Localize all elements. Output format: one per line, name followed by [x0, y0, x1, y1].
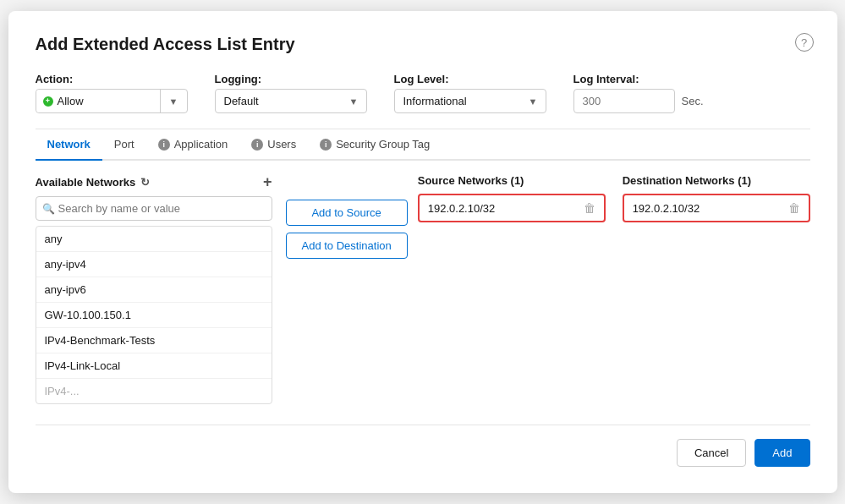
tab-security-group-tag[interactable]: i Security Group Tag — [308, 129, 442, 161]
modal-footer: Cancel Add — [36, 425, 810, 467]
logging-group: Logging: Default ▼ — [215, 73, 367, 113]
tab-network[interactable]: Network — [36, 129, 102, 161]
network-section: Available Networks ↻ + 🔍 any any-ipv4 an… — [36, 174, 810, 404]
action-badge: Allow — [36, 90, 91, 112]
destination-ip-value: 192.0.2.10/32 — [633, 202, 700, 215]
refresh-icon[interactable]: ↻ — [140, 176, 150, 189]
loglevel-select[interactable]: Informational — [394, 89, 546, 113]
list-item[interactable]: IPv4-Benchmark-Tests — [36, 328, 272, 353]
search-icon: 🔍 — [42, 203, 55, 215]
tab-port[interactable]: Port — [102, 129, 146, 161]
destination-delete-icon[interactable]: 🗑 — [788, 201, 800, 215]
action-select-wrapper[interactable]: Allow ▼ — [36, 89, 188, 113]
loginterval-row: Sec. — [573, 89, 709, 113]
tab-users[interactable]: i Users — [239, 129, 308, 161]
form-section: Action: Allow ▼ Logging: Default ▼ Log L… — [36, 73, 810, 113]
loglevel-select-wrapper: Informational ▼ — [394, 89, 546, 113]
source-network-entry: 192.0.2.10/32 🗑 — [418, 194, 606, 222]
modal-container: Add Extended Access List Entry ? Action:… — [8, 11, 837, 493]
tab-bar: Network Port i Application i Users i Sec… — [36, 129, 810, 161]
allow-dot-icon — [43, 96, 53, 107]
sec-label: Sec. — [682, 95, 704, 107]
add-network-icon[interactable]: + — [263, 174, 272, 189]
action-value: Allow — [58, 95, 84, 107]
tab-application[interactable]: i Application — [146, 129, 240, 161]
list-item[interactable]: any-ipv6 — [36, 277, 272, 303]
source-ip-value: 192.0.2.10/32 — [428, 202, 496, 215]
destination-networks-header: Destination Networks (1) — [623, 174, 810, 187]
list-item[interactable]: any — [36, 227, 272, 252]
destination-network-entry: 192.0.2.10/32 🗑 — [623, 194, 810, 222]
logging-select[interactable]: Default — [215, 89, 367, 113]
loginterval-label: Log Interval: — [573, 73, 709, 85]
list-item[interactable]: IPv4-... — [36, 379, 272, 403]
available-networks-panel: Available Networks ↻ + 🔍 any any-ipv4 an… — [36, 174, 272, 404]
add-to-source-button[interactable]: Add to Source — [286, 200, 408, 226]
list-item[interactable]: GW-10.100.150.1 — [36, 303, 272, 328]
network-list: any any-ipv4 any-ipv6 GW-10.100.150.1 IP… — [36, 226, 272, 404]
security-group-info-icon: i — [320, 139, 332, 151]
search-input-wrapper: 🔍 — [36, 196, 272, 221]
modal-title: Add Extended Access List Entry — [36, 35, 810, 54]
users-info-icon: i — [251, 139, 263, 151]
loglevel-label: Log Level: — [394, 73, 546, 85]
available-networks-title: Available Networks — [36, 176, 136, 189]
destination-networks-panel: Destination Networks (1) 192.0.2.10/32 🗑 — [623, 174, 810, 226]
source-networks-header: Source Networks (1) — [418, 174, 606, 187]
action-dropdown-button[interactable]: ▼ — [160, 90, 187, 112]
action-label: Action: — [36, 73, 188, 85]
logging-select-wrapper: Default ▼ — [215, 89, 367, 113]
list-item[interactable]: IPv4-Link-Local — [36, 353, 272, 379]
list-item[interactable]: any-ipv4 — [36, 252, 272, 277]
add-button[interactable]: Add — [754, 439, 809, 467]
source-delete-icon[interactable]: 🗑 — [584, 201, 595, 215]
loginterval-group: Log Interval: Sec. — [573, 73, 709, 113]
add-buttons: Add to Source Add to Destination — [286, 200, 408, 259]
cancel-button[interactable]: Cancel — [677, 439, 746, 467]
loglevel-group: Log Level: Informational ▼ — [394, 73, 546, 113]
loginterval-input[interactable] — [573, 89, 675, 113]
action-group: Action: Allow ▼ — [36, 73, 188, 113]
add-to-destination-button[interactable]: Add to Destination — [286, 233, 408, 259]
available-networks-header: Available Networks ↻ + — [36, 174, 272, 189]
search-input[interactable] — [36, 196, 272, 221]
help-icon[interactable]: ? — [795, 33, 814, 52]
logging-label: Logging: — [215, 73, 367, 85]
application-info-icon: i — [158, 139, 170, 151]
source-networks-panel: Source Networks (1) 192.0.2.10/32 🗑 — [418, 174, 606, 226]
